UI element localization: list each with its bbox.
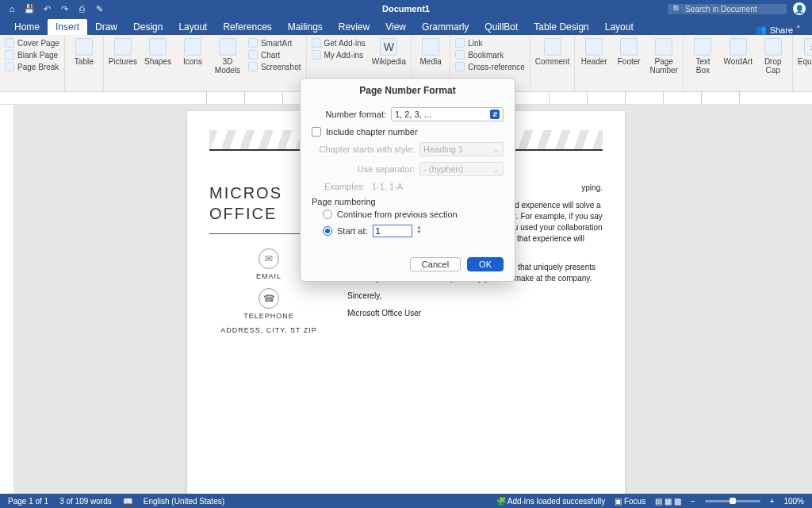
share-label: Share (770, 25, 793, 35)
tab-layout[interactable]: Layout (170, 19, 215, 35)
tab-design[interactable]: Design (125, 19, 170, 35)
examples-label: Examples: (312, 182, 367, 191)
page-numbering-section-label: Page numbering (312, 197, 504, 206)
start-at-label: Start at: (337, 226, 368, 236)
continue-radio[interactable] (323, 210, 332, 219)
tab-home[interactable]: Home (6, 19, 48, 35)
vertical-ruler[interactable] (0, 105, 14, 494)
tab-references[interactable]: References (215, 19, 279, 35)
ribbon-tabs: Home Insert Draw Design Layout Reference… (0, 17, 812, 35)
drop-cap-button[interactable]: Drop Cap (759, 38, 787, 75)
redo-icon[interactable]: ↷ (59, 3, 70, 14)
cross-reference-button[interactable]: Cross-reference (455, 62, 525, 71)
page-break-button[interactable]: Page Break (5, 62, 59, 71)
dropdown-caret-icon: ⌄ (492, 164, 500, 175)
examples-value: 1-1, 1-A (372, 182, 403, 191)
text-box-button[interactable]: Text Box (688, 38, 718, 75)
chapter-style-select: Heading 1 ⌄ (419, 142, 504, 156)
signer-name: Microsoft Office User (347, 308, 603, 319)
tab-table-design[interactable]: Table Design (526, 19, 596, 35)
save-icon[interactable]: 💾 (24, 3, 35, 14)
quick-access-toolbar: ⌂ 💾 ↶ ↷ ⎙ ✎ (6, 3, 105, 14)
start-at-input[interactable] (373, 225, 412, 237)
home-icon[interactable]: ⌂ (6, 3, 17, 14)
tab-quillbot[interactable]: QuillBot (477, 19, 526, 35)
header-button[interactable]: Header (580, 38, 608, 66)
language-indicator[interactable]: English (United States) (144, 497, 224, 506)
email-icon: ✉ (259, 248, 279, 269)
bookmark-button[interactable]: Bookmark (455, 50, 525, 60)
zoom-level[interactable]: 100% (783, 497, 804, 506)
table-button[interactable]: Table (70, 38, 98, 66)
include-chapter-label: Include chapter number (326, 127, 418, 137)
telephone-label: TELEPHONE (209, 312, 328, 320)
tab-view[interactable]: View (377, 19, 414, 35)
pictures-button[interactable]: Pictures (109, 38, 137, 66)
start-at-stepper[interactable]: ▲▼ (417, 225, 425, 237)
page-number-button[interactable]: Page Number (649, 38, 678, 75)
dialog-title: Page Number Format (301, 79, 515, 102)
dropdown-caret-icon: ⇵ (490, 110, 500, 119)
my-addins-button[interactable]: My Add-ins (312, 50, 366, 60)
wikipedia-button[interactable]: WWikipedia (372, 38, 406, 66)
collapse-ribbon-icon[interactable]: ˄ (796, 25, 801, 35)
document-title: Document1 (382, 4, 430, 13)
undo-icon[interactable]: ↶ (41, 3, 52, 14)
include-chapter-checkbox[interactable] (312, 127, 321, 137)
continue-label: Continue from previous section (337, 210, 458, 219)
chapter-style-label: Chapter starts with style: (312, 144, 415, 154)
search-placeholder: Search in Document (685, 5, 757, 13)
number-format-label: Number format: (312, 110, 386, 119)
tab-insert[interactable]: Insert (48, 19, 87, 35)
blank-page-button[interactable]: Blank Page (5, 50, 59, 60)
equation-button[interactable]: πEquation (798, 38, 812, 66)
user-avatar-icon[interactable]: 👤 (793, 2, 806, 15)
page-number-format-dialog: Page Number Format Number format: 1, 2, … (300, 78, 515, 282)
focus-mode-button[interactable]: ▣ Focus (615, 497, 645, 506)
status-bar: Page 1 of 1 3 of 109 words 📖 English (Un… (0, 494, 812, 508)
tab-grammarly[interactable]: Grammarly (414, 19, 477, 35)
link-button[interactable]: Link (455, 38, 525, 48)
word-count[interactable]: 3 of 109 words (59, 497, 112, 506)
view-buttons[interactable]: ▤ ▦ ▩ (655, 497, 681, 506)
start-at-radio[interactable] (323, 226, 332, 236)
get-addins-button[interactable]: Get Add-ins (312, 38, 366, 48)
page-indicator[interactable]: Page 1 of 1 (8, 497, 48, 506)
print-icon[interactable]: ⎙ (76, 3, 87, 14)
addins-status[interactable]: 🧩 Add-ins loaded successfully (496, 497, 606, 506)
3d-models-button[interactable]: 3D Models (213, 38, 242, 75)
zoom-in-button[interactable]: + (770, 497, 775, 506)
share-button[interactable]: 👥 Share ˄ (756, 25, 806, 35)
zoom-slider[interactable] (705, 500, 760, 502)
footer-button[interactable]: Footer (615, 38, 643, 66)
chapter-style-value: Heading 1 (423, 144, 463, 154)
shapes-button[interactable]: Shapes (144, 38, 172, 66)
number-format-value: 1, 2, 3, ... (395, 110, 431, 119)
smartart-button[interactable]: SmartArt (248, 38, 301, 48)
search-box[interactable]: 🔍 Search in Document (668, 4, 787, 14)
spellcheck-icon[interactable]: 📖 (123, 497, 132, 506)
cover-page-button[interactable]: Cover Page (5, 38, 59, 48)
tab-review[interactable]: Review (331, 19, 377, 35)
address-label: ADDRESS, CITY, ST ZIP (209, 326, 328, 334)
tab-draw[interactable]: Draw (87, 19, 125, 35)
title-bar: ⌂ 💾 ↶ ↷ ⎙ ✎ Document1 🔍 Search in Docume… (0, 0, 812, 17)
media-button[interactable]: Media (416, 38, 445, 66)
separator-label: Use separator: (312, 164, 415, 174)
telephone-icon: ☎ (259, 288, 279, 309)
chart-button[interactable]: Chart (248, 50, 301, 60)
tab-layout-2[interactable]: Layout (597, 19, 642, 35)
ok-button[interactable]: OK (467, 257, 504, 271)
comment-button[interactable]: Comment (535, 38, 569, 66)
number-format-select[interactable]: 1, 2, 3, ... ⇵ (391, 107, 504, 121)
edit-icon[interactable]: ✎ (94, 3, 105, 14)
wordart-button[interactable]: WordArt (724, 38, 753, 66)
zoom-out-button[interactable]: − (691, 497, 695, 506)
cancel-button[interactable]: Cancel (410, 257, 461, 271)
signoff: Sincerely, (347, 291, 603, 302)
icons-button[interactable]: Icons (178, 38, 207, 66)
separator-select: - (hyphen) ⌄ (419, 162, 504, 176)
dropdown-caret-icon: ⌄ (492, 144, 500, 155)
screenshot-button[interactable]: Screenshot (248, 62, 301, 71)
tab-mailings[interactable]: Mailings (280, 19, 331, 35)
